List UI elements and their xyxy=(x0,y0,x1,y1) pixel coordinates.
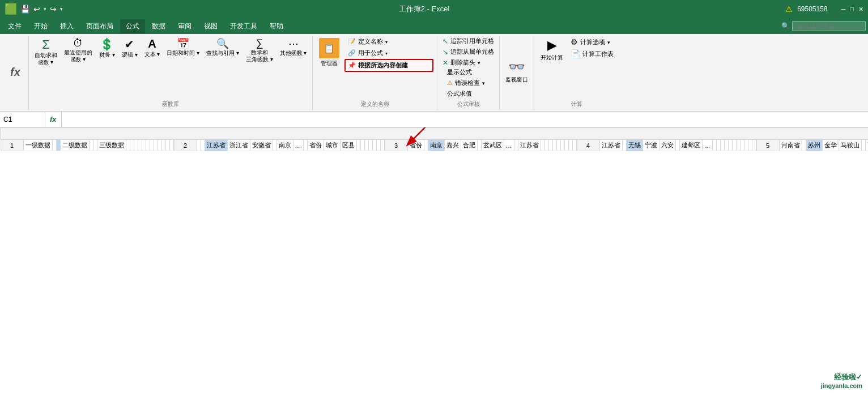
cell-C4[interactable]: 无锡 xyxy=(626,140,643,151)
cell-F2[interactable] xyxy=(273,140,276,151)
undo-dropdown-icon[interactable]: ▾ xyxy=(44,6,46,12)
cell-N4[interactable] xyxy=(732,140,736,151)
cell-B3[interactable] xyxy=(424,140,428,151)
cell-C2[interactable]: 江苏省 xyxy=(205,140,227,151)
cell-R1[interactable] xyxy=(165,140,169,151)
cell-B4[interactable] xyxy=(622,140,626,151)
cell-D5[interactable]: 金华 xyxy=(822,140,839,151)
cell-Q1[interactable] xyxy=(161,140,165,151)
cell-J2[interactable]: 省份 xyxy=(307,140,324,151)
menu-item-file[interactable]: 文件 xyxy=(2,19,27,33)
recently-used-btn[interactable]: ⏱ 最近使用的函数 ▾ xyxy=(62,36,95,64)
cell-J3[interactable]: 江苏省 xyxy=(518,140,541,151)
cell-D3[interactable]: 嘉兴 xyxy=(444,140,461,151)
maximize-icon[interactable]: □ xyxy=(850,6,854,12)
logic-btn[interactable]: ✔ 逻辑 ▾ xyxy=(120,36,140,60)
cell-K1[interactable] xyxy=(138,140,142,151)
lookup-btn[interactable]: 🔍 查找与引用 ▾ xyxy=(204,36,241,58)
create-from-selection-btn[interactable]: 📌 根据所选内容创建 xyxy=(344,59,433,72)
insert-function-btn[interactable]: fx xyxy=(7,65,24,79)
cell-M1[interactable] xyxy=(146,140,150,151)
cell-Q3[interactable] xyxy=(564,140,568,151)
cell-S4[interactable] xyxy=(752,140,756,151)
error-checking-btn[interactable]: ⚠ 错误检查 ▾ xyxy=(445,78,496,88)
datetime-btn[interactable]: 📅 日期和时间 ▾ xyxy=(164,36,202,58)
cell-O4[interactable] xyxy=(736,140,740,151)
row-number-2[interactable]: 2 xyxy=(174,140,197,151)
cell-O2[interactable] xyxy=(364,140,368,151)
cell-P4[interactable] xyxy=(740,140,744,151)
cell-I4[interactable] xyxy=(712,140,716,151)
cell-I3[interactable] xyxy=(514,140,518,151)
autosum-btn[interactable]: Σ 自动求和函数 ▾ xyxy=(32,36,59,67)
calculate-sheet-btn[interactable]: 📄 计算工作表 xyxy=(568,48,616,59)
cell-R4[interactable] xyxy=(748,140,752,151)
cell-C3[interactable]: 南京 xyxy=(428,140,444,151)
watch-window-btn[interactable]: 👓 监视窗口 xyxy=(503,57,530,86)
cell-L4[interactable] xyxy=(724,140,728,151)
name-manager-btn[interactable]: 📋 管理器 xyxy=(316,36,342,69)
cell-L3[interactable] xyxy=(544,140,548,151)
cell-N2[interactable] xyxy=(360,140,364,151)
cell-K3[interactable] xyxy=(541,140,544,151)
calculate-now-btn[interactable]: ▶ 开始计算 xyxy=(538,36,566,63)
cell-F1[interactable] xyxy=(93,140,97,151)
other-functions-btn[interactable]: ⋯ 其他函数 ▾ xyxy=(278,36,309,58)
save-icon[interactable]: 💾 xyxy=(20,5,30,14)
trace-dependents-btn[interactable]: ↘ 追踪从属单元格 xyxy=(441,47,496,57)
close-icon[interactable]: ✕ xyxy=(858,6,863,13)
show-formulas-btn[interactable]: 显示公式 xyxy=(445,67,496,77)
cell-G3[interactable]: 玄武区 xyxy=(481,140,504,151)
cell-F5[interactable] xyxy=(861,140,865,151)
cell-G2[interactable]: 南京 xyxy=(276,140,293,151)
trace-precedents-btn[interactable]: ↖ 追踪引用单元格 xyxy=(441,36,496,46)
cell-I2[interactable] xyxy=(303,140,307,151)
cell-S2[interactable] xyxy=(380,140,384,151)
cell-R3[interactable] xyxy=(568,140,572,151)
cell-O1[interactable] xyxy=(154,140,158,151)
cell-H4[interactable]: … xyxy=(702,140,712,151)
remove-arrows-btn[interactable]: ✕ 删除箭头 ▾ xyxy=(441,58,482,67)
cell-Q2[interactable] xyxy=(372,140,376,151)
cell-J4[interactable] xyxy=(716,140,720,151)
cell-M3[interactable] xyxy=(548,140,552,151)
row-number-4[interactable]: 4 xyxy=(577,140,599,151)
cell-B1[interactable] xyxy=(52,140,56,151)
cell-D1[interactable]: 二级数据 xyxy=(60,140,89,151)
cell-C5[interactable]: 苏州 xyxy=(806,140,822,151)
cell-E1[interactable] xyxy=(89,140,93,151)
cell-K4[interactable] xyxy=(720,140,724,151)
row-number-3[interactable]: 3 xyxy=(385,140,407,151)
cell-F4[interactable] xyxy=(675,140,679,151)
cell-H2[interactable]: … xyxy=(293,140,303,151)
cell-M2[interactable] xyxy=(356,140,360,151)
menu-item-review[interactable]: 审阅 xyxy=(172,19,197,33)
finance-btn[interactable]: 💲 财务 ▾ xyxy=(97,36,117,60)
cell-A2[interactable] xyxy=(197,140,201,151)
menu-item-view[interactable]: 视图 xyxy=(198,19,223,33)
search-input[interactable] xyxy=(792,21,866,31)
cell-P2[interactable] xyxy=(368,140,372,151)
cell-L1[interactable] xyxy=(142,140,146,151)
undo-icon[interactable]: ↩ xyxy=(33,5,40,14)
cell-P3[interactable] xyxy=(560,140,564,151)
cell-L2[interactable]: 区县 xyxy=(340,140,356,151)
cell-H3[interactable]: … xyxy=(504,140,514,151)
menu-item-devtools[interactable]: 开发工具 xyxy=(224,19,263,33)
cell-A5[interactable]: 河南省 xyxy=(779,140,802,151)
cell-F3[interactable] xyxy=(477,140,481,151)
cell-A1[interactable]: 一级数据 xyxy=(23,140,52,151)
math-btn[interactable]: ∑ 数学和三角函数 ▾ xyxy=(244,36,275,64)
menu-item-insert[interactable]: 插入 xyxy=(54,19,79,33)
cell-C1[interactable] xyxy=(56,140,60,151)
cell-R2[interactable] xyxy=(376,140,380,151)
cell-K2[interactable]: 城市 xyxy=(324,140,340,151)
menu-item-help[interactable]: 帮助 xyxy=(264,19,289,33)
name-box[interactable]: C1 xyxy=(0,112,45,127)
cell-E5[interactable]: 马鞍山 xyxy=(839,140,861,151)
define-name-btn[interactable]: 📝 定义名称 ▾ xyxy=(344,36,433,47)
cell-E2[interactable]: 安徽省 xyxy=(250,140,273,151)
menu-item-layout[interactable]: 页面布局 xyxy=(80,19,119,33)
cell-M4[interactable] xyxy=(728,140,732,151)
cell-E3[interactable]: 合肥 xyxy=(461,140,477,151)
